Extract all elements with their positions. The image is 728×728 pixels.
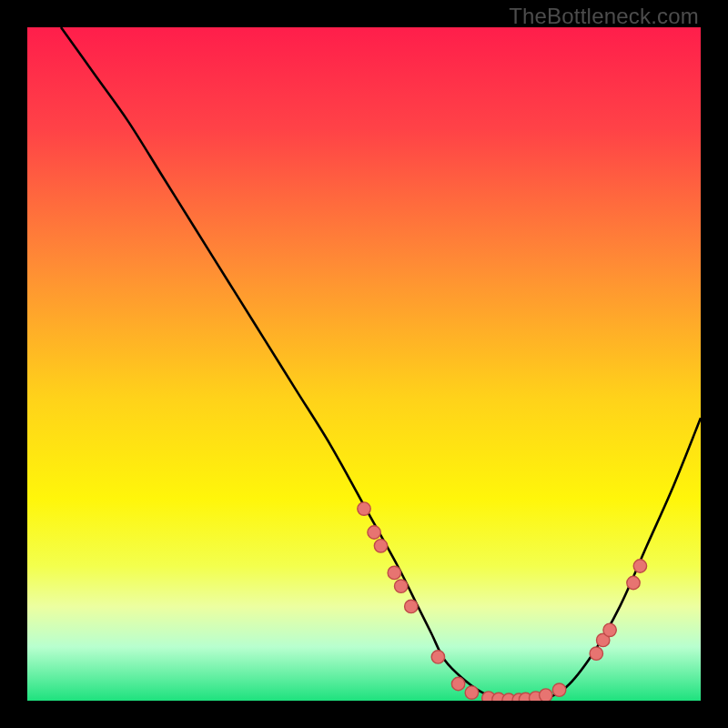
data-dot: [405, 600, 418, 612]
data-dot: [465, 686, 478, 699]
plot-area: [27, 27, 701, 701]
data-dot: [633, 560, 646, 572]
data-dot: [540, 689, 552, 701]
data-dot: [590, 647, 602, 660]
data-dot: [552, 683, 565, 696]
chart-frame: TheBottleneck.com: [0, 0, 728, 728]
data-dot: [603, 623, 616, 636]
watermark-text: TheBottleneck.com: [509, 4, 699, 29]
data-dot: [627, 576, 640, 589]
data-dot: [388, 566, 400, 579]
data-dot: [358, 502, 370, 515]
data-dot: [395, 580, 408, 592]
bottleneck-curve: [27, 27, 701, 701]
data-dot: [431, 651, 444, 663]
data-dot: [374, 540, 387, 552]
data-dot: [368, 526, 380, 539]
data-dot: [451, 677, 464, 690]
